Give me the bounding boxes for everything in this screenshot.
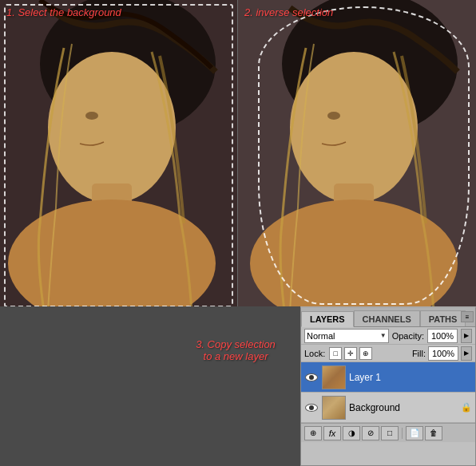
toolbar-separator <box>402 428 403 439</box>
lock-label: Lock: <box>304 349 325 358</box>
svg-point-11 <box>327 112 340 120</box>
panel-toolbar: ⊕ fx ◑ ⊘ □ 📄 🗑 <box>301 423 475 442</box>
eye-icon-layer1 <box>305 373 318 381</box>
bottom-left-area: 3. Copy selectionto a new layer <box>0 306 300 466</box>
lock-all-icon[interactable]: ⊕ <box>359 347 372 360</box>
layers-panel: LAYERS CHANNELS PATHS ≡ Normal ▼ Opacity… <box>300 306 476 466</box>
tutorial-area: 1. Select the background <box>0 0 476 466</box>
group-button[interactable]: □ <box>381 426 399 440</box>
opacity-value[interactable]: 100% <box>427 329 458 343</box>
svg-point-5 <box>85 112 98 120</box>
lock-row: Lock: □ ✛ ⊕ Fill: 100% ▶ <box>301 345 475 362</box>
background-name: Background <box>349 402 458 413</box>
step2-label: 2. inverse selection <box>244 6 333 18</box>
layer1-name: Layer 1 <box>349 372 472 383</box>
fill-arrow[interactable]: ▶ <box>461 346 472 361</box>
background-visibility[interactable] <box>304 401 319 415</box>
blend-dropdown-arrow: ▼ <box>380 332 387 339</box>
step3-label: 3. Copy selectionto a new layer <box>192 338 280 402</box>
layer1-visibility[interactable] <box>304 370 319 385</box>
adjustment-button[interactable]: ⊘ <box>362 426 379 440</box>
background-thumbnail <box>322 396 346 420</box>
panel-menu-button[interactable]: ≡ <box>461 311 474 322</box>
link-layers-button[interactable]: ⊕ <box>304 426 322 440</box>
mask-button[interactable]: ◑ <box>343 426 360 440</box>
blend-mode-select[interactable]: Normal ▼ <box>304 329 389 343</box>
background-lock-icon: 🔒 <box>461 401 472 414</box>
layer-item-background[interactable]: Background 🔒 <box>301 393 475 423</box>
opacity-label: Opacity: <box>392 331 424 341</box>
tab-channels[interactable]: CHANNELS <box>354 310 420 326</box>
eye-icon-background <box>305 404 318 412</box>
panel-tabs: LAYERS CHANNELS PATHS ≡ <box>301 308 475 327</box>
delete-layer-button[interactable]: 🗑 <box>425 426 442 440</box>
step1-label: 1. Select the background <box>6 6 121 18</box>
eye-pupil-layer1 <box>309 375 314 380</box>
tab-layers[interactable]: LAYERS <box>301 311 354 327</box>
eye-pupil-background <box>309 405 314 410</box>
lock-transparent-icon[interactable]: □ <box>329 347 342 360</box>
blend-mode-row: Normal ▼ Opacity: 100% ▶ <box>301 327 475 345</box>
fill-label: Fill: <box>412 349 426 358</box>
fx-button[interactable]: fx <box>323 426 341 440</box>
opacity-arrow[interactable]: ▶ <box>461 329 472 343</box>
lock-position-icon[interactable]: ✛ <box>344 347 357 360</box>
image-panel-left: 1. Select the background <box>0 0 238 311</box>
new-layer-button[interactable]: 📄 <box>406 426 423 440</box>
image-panel-right: 2. inverse selection <box>238 0 476 311</box>
top-images: 1. Select the background <box>0 0 476 311</box>
layer-item-layer1[interactable]: Layer 1 <box>301 362 475 393</box>
fill-value[interactable]: 100% <box>428 346 458 361</box>
layer1-thumbnail <box>322 365 346 389</box>
tab-paths[interactable]: PATHS <box>420 310 466 326</box>
